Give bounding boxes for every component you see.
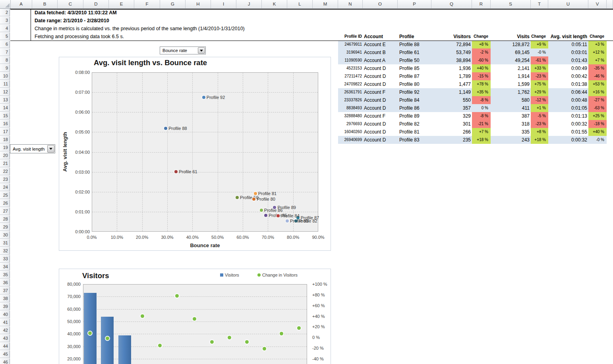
row-header-42[interactable]: 42 — [0, 327, 10, 334]
row-header-40[interactable]: 40 — [0, 311, 10, 318]
column-header-M[interactable]: M — [313, 0, 338, 8]
cell-visits[interactable]: 411 — [491, 104, 531, 112]
cell-profile[interactable]: Profile 50 — [398, 56, 431, 64]
table-header-visitors[interactable]: Visitors — [431, 33, 472, 41]
row-header-18[interactable]: 18 — [0, 136, 10, 143]
row-header-24[interactable]: 24 — [0, 184, 10, 191]
cell-profile[interactable]: Profile 82 — [398, 120, 431, 128]
cell-id[interactable]: 2976693 — [338, 120, 363, 128]
cell-avg[interactable]: 0:01:38 — [548, 80, 588, 88]
select-all-corner[interactable] — [0, 0, 11, 9]
cell-avg[interactable]: 0:06:44 — [548, 88, 588, 96]
column-header-C[interactable]: C — [58, 0, 83, 8]
cell-visitors[interactable]: 53,749 — [431, 48, 472, 56]
cell-visits[interactable]: 1,762 — [491, 88, 531, 96]
cell-visits-change[interactable]: +33 % — [531, 64, 548, 72]
cell-account[interactable]: Account E — [363, 41, 398, 48]
row-header-35[interactable]: 35 — [0, 271, 10, 279]
column-header-F[interactable]: F — [134, 0, 160, 8]
bounce-rate-dropdown[interactable]: Bounce rate — [160, 46, 206, 54]
column-header-A[interactable]: A — [10, 0, 32, 8]
cell-visits-change[interactable]: +29 % — [531, 88, 548, 96]
cell-visits-change[interactable]: +75 % — [531, 80, 548, 88]
row-header-41[interactable]: 41 — [0, 319, 10, 326]
cell-profile[interactable]: Profile 80 — [398, 80, 431, 88]
cell-avg[interactable]: 0:01:55 — [548, 128, 588, 136]
column-header-L[interactable]: L — [287, 0, 313, 8]
column-header-G[interactable]: G — [160, 0, 186, 8]
row-header-14[interactable]: 14 — [0, 104, 10, 112]
column-header-H[interactable]: H — [186, 0, 211, 8]
cell-avg-change[interactable]: +53 % — [588, 80, 607, 88]
cell-avg[interactable]: 0:00:32 — [548, 136, 588, 144]
row-header-44[interactable]: 44 — [0, 343, 10, 350]
cell-id[interactable]: 24709822 — [338, 80, 363, 88]
cell-account[interactable]: Account D — [363, 72, 398, 80]
cell-profile[interactable]: Profile 92 — [398, 88, 431, 96]
cell-avg[interactable]: 0:00:49 — [548, 64, 588, 72]
cell-avg-change[interactable]: +16 % — [588, 88, 607, 96]
cell-avg-change[interactable]: -27 % — [588, 96, 607, 104]
column-header-B[interactable]: B — [32, 0, 58, 8]
cell-visitors[interactable]: 266 — [431, 128, 472, 136]
cell-visits[interactable]: 49,254 — [491, 56, 531, 64]
row-header-10[interactable]: 10 — [0, 72, 10, 80]
cell-visitors-change[interactable]: +8 % — [472, 41, 491, 48]
cell-profile[interactable]: Profile 88 — [398, 41, 431, 48]
row-header-30[interactable]: 30 — [0, 231, 10, 239]
avg-visit-length-dropdown[interactable]: Avg. visit length — [10, 144, 55, 153]
row-header-29[interactable]: 29 — [0, 223, 10, 231]
row-header-7[interactable]: 7 — [0, 48, 10, 56]
cell-visits-change[interactable]: +9 % — [531, 41, 548, 48]
cell-id[interactable]: 26940699 — [338, 136, 363, 144]
cell-avg[interactable]: 0:05:11 — [548, 41, 588, 48]
row-header-17[interactable]: 17 — [0, 128, 10, 136]
cell-id[interactable]: 8838493 — [338, 104, 363, 112]
row-header-36[interactable]: 36 — [0, 279, 10, 287]
cell-visits[interactable]: 335 — [491, 128, 531, 136]
cell-visits-change[interactable]: +18 % — [531, 136, 548, 144]
column-header-V[interactable]: V — [588, 0, 607, 8]
cell-profile[interactable]: Profile 83 — [398, 136, 431, 144]
row-header-31[interactable]: 31 — [0, 239, 10, 247]
table-header-visits-change[interactable]: Change — [531, 33, 548, 41]
column-header-K[interactable]: K — [262, 0, 287, 8]
cell-visitors-change[interactable]: -21 % — [472, 120, 491, 128]
cell-account[interactable]: Account F — [363, 112, 398, 120]
row-header-12[interactable]: 12 — [0, 88, 10, 96]
cell-avg-change[interactable]: -35 % — [588, 64, 607, 72]
cell-visitors-change[interactable]: +35 % — [472, 88, 491, 96]
cell-visitors[interactable]: 1,149 — [431, 88, 472, 96]
column-header-S[interactable]: S — [491, 0, 531, 8]
cell-profile[interactable]: Profile 61 — [398, 48, 431, 56]
cell-id[interactable]: 24679911 — [338, 41, 363, 48]
row-header-3[interactable]: 3 — [0, 17, 10, 24]
table-header-avg[interactable]: Avg. visit length — [548, 33, 588, 41]
cell-account[interactable]: Account F — [363, 88, 398, 96]
cell-id[interactable]: 23337826 — [338, 96, 363, 104]
row-header-21[interactable]: 21 — [0, 160, 10, 167]
row-header-13[interactable]: 13 — [0, 96, 10, 104]
cell-account[interactable]: Account D — [363, 64, 398, 72]
cell-visits-change[interactable]: -61 % — [531, 56, 548, 64]
cell-visits-change[interactable]: -23 % — [531, 120, 548, 128]
cell-avg-change[interactable]: +12 % — [588, 48, 607, 56]
cell-visitors-change[interactable]: +78 % — [472, 80, 491, 88]
row-header-37[interactable]: 37 — [0, 287, 10, 294]
row-header-28[interactable]: 28 — [0, 215, 10, 223]
cell-visitors-change[interactable]: +7 % — [472, 128, 491, 136]
row-header-20[interactable]: 20 — [0, 152, 10, 159]
cell-visits[interactable]: 387 — [491, 112, 531, 120]
cell-account[interactable]: Account D — [363, 96, 398, 104]
row-header-9[interactable]: 9 — [0, 64, 10, 72]
cell-account[interactable]: Account A — [363, 56, 398, 64]
cell-avg-change[interactable]: +40 % — [588, 128, 607, 136]
cell-visitors[interactable]: 329 — [431, 112, 472, 120]
cell-visitors-change[interactable]: 0 % — [472, 104, 491, 112]
cell-visits[interactable]: 1,599 — [491, 80, 531, 88]
row-header-43[interactable]: 43 — [0, 335, 10, 342]
row-header-22[interactable]: 22 — [0, 168, 10, 175]
column-header-N[interactable]: N — [338, 0, 363, 8]
cell-visitors[interactable]: 301 — [431, 120, 472, 128]
row-header-25[interactable]: 25 — [0, 192, 10, 199]
